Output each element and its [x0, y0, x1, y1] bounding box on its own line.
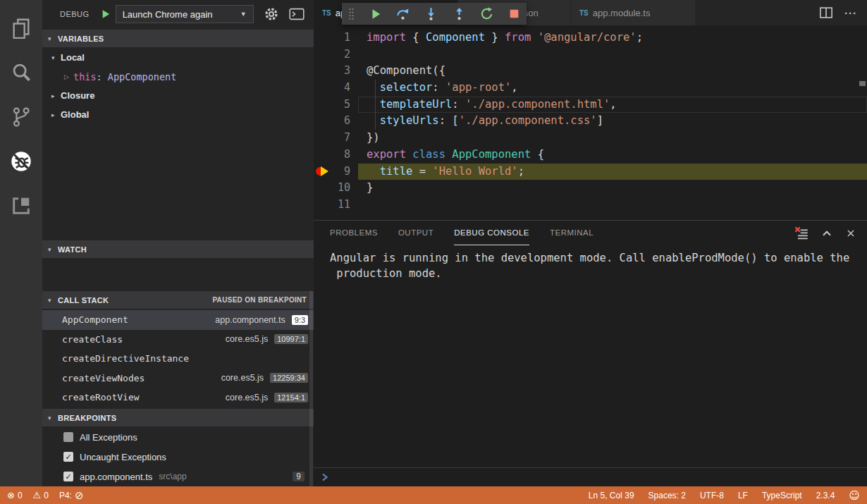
code-line-5[interactable]: 5 templateUrl: './app.component.html', [314, 97, 867, 113]
step-into-button[interactable] [424, 7, 438, 20]
code-line-2[interactable]: 2 [314, 47, 867, 63]
line-number[interactable]: 8 [344, 147, 358, 164]
call-stack-section-header[interactable]: CALL STACK PAUSED ON BREAKPOINT [42, 291, 314, 309]
frame-name: createDirectiveInstance [62, 353, 308, 364]
debug-config-dropdown[interactable]: Launch Chrome again ▼ [116, 5, 254, 23]
status-item-utf-8[interactable]: UTF-8 [700, 491, 724, 500]
breakpoint-row[interactable]: ✓Uncaught Exceptions [42, 447, 314, 467]
line-number[interactable]: 1 [344, 30, 358, 47]
breakpoint-row[interactable]: All Exceptions [42, 427, 314, 447]
call-stack-frame[interactable]: createDirectiveInstance [42, 349, 314, 369]
line-number[interactable]: 3 [344, 63, 358, 80]
variable-row[interactable]: ▷this: AppComponent [42, 67, 314, 86]
code-line-11[interactable]: 11 [314, 197, 867, 214]
scope-label: Closure [61, 90, 94, 101]
watch-section-header[interactable]: WATCH [42, 240, 314, 258]
breakpoint-label: app.component.ts [80, 472, 152, 482]
breakpoints-section-header[interactable]: BREAKPOINTS [42, 409, 314, 426]
status-item-typescript[interactable]: TypeScript [762, 491, 802, 500]
step-out-button[interactable] [453, 7, 466, 20]
breakpoint-row[interactable]: ✓app.component.tssrc\app9 [42, 467, 314, 486]
variables-section-header[interactable]: VARIABLES [42, 30, 314, 47]
breakpoint-checkbox[interactable]: ✓ [63, 472, 73, 481]
activity-explorer-icon[interactable] [0, 6, 42, 50]
variables-scope-local[interactable]: ▾Local [42, 48, 314, 67]
line-number[interactable]: 9 [344, 164, 358, 180]
variables-scope-global[interactable]: ▸Global [42, 105, 314, 124]
code-line-10[interactable]: 10} [314, 180, 867, 197]
frame-name: createViewNodes [62, 373, 221, 383]
problems-warnings-indicator[interactable]: ⚠ 0 [33, 490, 49, 500]
call-stack-frame[interactable]: createClasscore.es5.js10997:1 [42, 330, 314, 350]
variables-scope-closure[interactable]: ▸Closure [42, 86, 314, 105]
line-number[interactable]: 10 [338, 180, 358, 197]
debug-console-output: Angular is running in the development mo… [314, 245, 867, 281]
debug-console-input[interactable] [314, 467, 867, 486]
frame-name: AppComponent [62, 314, 215, 325]
continue-button[interactable] [369, 8, 382, 20]
code-line-1[interactable]: 1import { Component } from '@angular/cor… [314, 30, 867, 47]
code-line-3[interactable]: 3@Component({ [314, 63, 867, 80]
line-number[interactable]: 6 [344, 113, 358, 130]
step-over-button[interactable] [396, 7, 410, 20]
call-stack-frame[interactable]: AppComponentapp.component.ts9:3 [42, 310, 314, 330]
debug-settings-gear-icon[interactable] [264, 7, 278, 21]
line-number[interactable]: 11 [338, 197, 358, 214]
panel-tab-problems[interactable]: PROBLEMS [330, 221, 378, 245]
frame-file: core.es5.js [226, 334, 268, 344]
line-number[interactable]: 4 [344, 80, 358, 97]
activity-extensions-icon[interactable] [0, 183, 42, 228]
activity-search-icon[interactable] [0, 50, 42, 94]
status-item-2-3-4[interactable]: 2.3.4 [816, 491, 835, 500]
call-stack-frame[interactable]: createViewNodescore.es5.js12259:34 [42, 369, 314, 388]
code-line-text: title = 'Hello World'; [358, 164, 867, 180]
code-editor[interactable]: 1import { Component } from '@angular/cor… [314, 25, 867, 220]
activity-debug-icon[interactable] [0, 139, 42, 183]
status-item-lf[interactable]: LF [738, 491, 748, 500]
line-number[interactable]: 2 [344, 47, 358, 63]
tab-app.module.ts[interactable]: TSapp.module.ts [571, 0, 696, 25]
code-line-9[interactable]: 9 title = 'Hello World'; [314, 164, 867, 180]
bottom-panel: PROBLEMSOUTPUTDEBUG CONSOLETERMINAL Angu… [314, 220, 867, 486]
breakpoints-title: BREAKPOINTS [58, 414, 116, 422]
activity-source-control-icon[interactable] [0, 94, 42, 139]
problems-errors-indicator[interactable]: ⊗ 0 [7, 490, 23, 500]
breakpoint-checkbox[interactable] [63, 432, 73, 442]
code-line-text: } [358, 180, 867, 197]
panel-tab-debug-console[interactable]: DEBUG CONSOLE [454, 221, 529, 245]
line-number[interactable]: 5 [344, 97, 358, 113]
feedback-smiley-icon[interactable]: ☺ [849, 489, 860, 502]
status-item-ln-5-col-39[interactable]: Ln 5, Col 39 [589, 491, 634, 500]
perforce-label: P4: [59, 491, 72, 500]
variables-title: VARIABLES [58, 35, 104, 43]
code-line-7[interactable]: 7}) [314, 130, 867, 147]
clear-console-icon[interactable] [794, 226, 808, 240]
open-debug-console-icon[interactable] [289, 8, 305, 20]
editor-group: TSapp.component.tslaunch.jsonTSapp.modul… [314, 0, 867, 220]
more-actions-icon[interactable]: ··· [844, 7, 857, 19]
close-panel-icon[interactable] [845, 228, 856, 239]
code-line-6[interactable]: 6 styleUrls: ['./app.component.css'] [314, 113, 867, 130]
panel-tabs: PROBLEMSOUTPUTDEBUG CONSOLETERMINAL [330, 221, 614, 245]
restart-button[interactable] [480, 7, 493, 20]
sidebar-scrollbar[interactable] [309, 291, 313, 486]
code-line-4[interactable]: 4 selector: 'app-root', [314, 80, 867, 97]
split-editor-icon[interactable] [819, 6, 833, 19]
call-stack-frame[interactable]: createRootViewcore.es5.js12154:1 [42, 388, 314, 407]
breakpoint-current-execution-icon[interactable] [316, 166, 331, 176]
status-item-spaces-2[interactable]: Spaces: 2 [648, 491, 686, 500]
call-stack-list: AppComponentapp.component.ts9:3createCla… [42, 310, 314, 407]
chevron-down-icon: ▼ [240, 11, 247, 18]
breakpoint-path: src\app [159, 472, 186, 481]
panel-tab-output[interactable]: OUTPUT [398, 221, 434, 245]
stop-button[interactable] [508, 8, 520, 20]
perforce-status[interactable]: P4: ⊘ [59, 489, 84, 502]
code-line-8[interactable]: 8export class AppComponent { [314, 147, 867, 164]
debug-start-button[interactable] [101, 9, 111, 19]
maximize-panel-chevron-up-icon[interactable] [820, 227, 833, 240]
breakpoint-checkbox[interactable]: ✓ [63, 452, 73, 462]
overview-ruler-marker [859, 81, 866, 86]
panel-tab-terminal[interactable]: TERMINAL [550, 221, 594, 245]
toolbar-drag-grip-icon[interactable] [348, 8, 355, 20]
line-number[interactable]: 7 [344, 130, 358, 147]
